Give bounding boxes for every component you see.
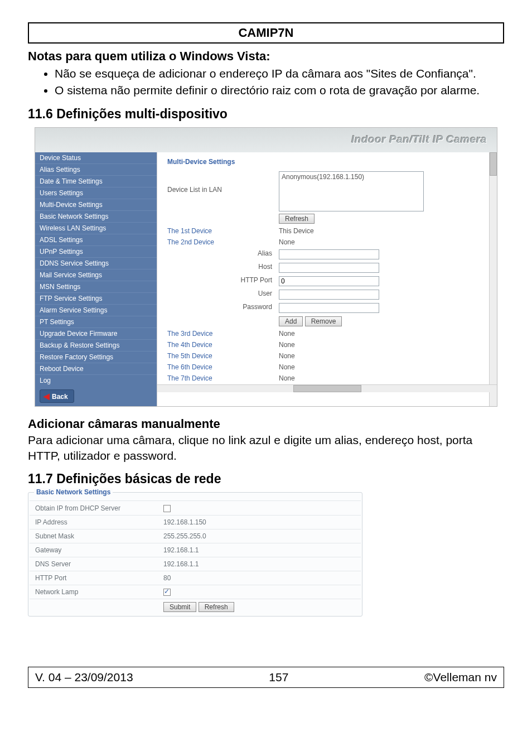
httpport-input[interactable] bbox=[279, 276, 379, 286]
sidebar-item-alias-settings[interactable]: Alias Settings bbox=[35, 163, 157, 175]
sidebar-item-msn[interactable]: MSN Settings bbox=[35, 281, 157, 292]
basic-network-screenshot: Basic Network Settings Obtain IP from DH… bbox=[28, 492, 362, 617]
panel-title: Multi-Device Settings bbox=[165, 156, 489, 170]
password-input[interactable] bbox=[279, 303, 379, 313]
page-title-box: CAMIP7N bbox=[28, 22, 504, 44]
footer-page-number: 157 bbox=[269, 671, 288, 684]
subnet-label: Subnet Mask bbox=[30, 529, 158, 543]
sidebar-item-log[interactable]: Log bbox=[35, 374, 157, 386]
lan-list-item[interactable]: Anonymous(192.168.1.150) bbox=[282, 173, 364, 181]
alias-input[interactable] bbox=[279, 249, 379, 259]
sidebar-item-alarm[interactable]: Alarm Service Settings bbox=[35, 304, 157, 316]
sidebar-item-users[interactable]: Users Settings bbox=[35, 187, 157, 199]
httpport-value: 80 bbox=[158, 571, 361, 585]
sidebar-item-device-status[interactable]: Device Status bbox=[35, 152, 157, 163]
submit-button[interactable]: Submit bbox=[163, 602, 196, 612]
sidebar-item-upgrade[interactable]: Upgrade Device Firmware bbox=[35, 328, 157, 339]
dns-label: DNS Server bbox=[30, 557, 158, 571]
settings-sidebar: Device Status Alias Settings Date & Time… bbox=[35, 152, 157, 406]
multi-device-panel: Multi-Device Settings Device List in LAN… bbox=[157, 152, 497, 406]
notas-heading: Notas para quem utiliza o Windows Vista: bbox=[28, 49, 504, 64]
dns-value: 192.168.1.1 bbox=[158, 557, 361, 571]
dhcp-checkbox[interactable] bbox=[163, 505, 171, 512]
third-device-label[interactable]: The 3rd Device bbox=[165, 329, 277, 339]
fourth-device-label[interactable]: The 4th Device bbox=[165, 340, 277, 350]
footer-copyright: ©Velleman nv bbox=[424, 671, 497, 684]
sidebar-item-multi-device[interactable]: Multi-Device Settings bbox=[35, 199, 157, 210]
second-device-value: None bbox=[277, 237, 489, 247]
notas-item: Não se esqueça de adicionar o endereço I… bbox=[55, 66, 504, 81]
httpport-label: HTTP Port bbox=[165, 275, 277, 285]
ip-value: 192.168.1.150 bbox=[158, 515, 361, 529]
sidebar-item-reboot[interactable]: Reboot Device bbox=[35, 363, 157, 374]
first-device-value: This Device bbox=[277, 226, 489, 236]
subnet-value: 255.255.255.0 bbox=[158, 529, 361, 543]
password-label: Password bbox=[165, 302, 277, 312]
page-title: CAMIP7N bbox=[238, 26, 293, 40]
lan-list-label: Device List in LAN bbox=[165, 170, 277, 195]
section-11-6-heading: 11.6 Definições multi-dispositivo bbox=[28, 107, 504, 122]
manual-text: Para adicionar uma câmara, clique no lin… bbox=[28, 432, 504, 464]
notas-item: O sistema não permite definir o directór… bbox=[55, 83, 504, 98]
device-list-lan[interactable]: Anonymous(192.168.1.150) bbox=[279, 171, 424, 211]
refresh-button[interactable]: Refresh bbox=[279, 214, 315, 224]
alias-label: Alias bbox=[165, 248, 277, 258]
seventh-device-value: None bbox=[277, 373, 489, 383]
manual-heading: Adicionar câmaras manualmente bbox=[28, 417, 504, 431]
user-input[interactable] bbox=[279, 290, 379, 300]
gateway-value: 192.168.1.1 bbox=[158, 543, 361, 557]
second-device-label[interactable]: The 2nd Device bbox=[165, 237, 277, 247]
sidebar-item-pt[interactable]: PT Settings bbox=[35, 316, 157, 328]
host-input[interactable] bbox=[279, 263, 379, 273]
vertical-scrollbar[interactable] bbox=[489, 152, 497, 406]
sidebar-item-backup[interactable]: Backup & Restore Settings bbox=[35, 339, 157, 351]
fourth-device-value: None bbox=[277, 340, 489, 350]
page-footer: V. 04 – 23/09/2013 157 ©Velleman nv bbox=[28, 667, 504, 688]
sidebar-item-date-time[interactable]: Date & Time Settings bbox=[35, 175, 157, 187]
ip-label: IP Address bbox=[30, 515, 158, 529]
sidebar-item-basic-network[interactable]: Basic Network Settings bbox=[35, 210, 157, 222]
host-label: Host bbox=[165, 262, 277, 272]
fifth-device-value: None bbox=[277, 351, 489, 361]
third-device-value: None bbox=[277, 329, 489, 339]
user-label: User bbox=[165, 288, 277, 298]
back-button[interactable]: ◀Back bbox=[35, 386, 157, 406]
notas-list: Não se esqueça de adicionar o endereço I… bbox=[28, 66, 504, 99]
remove-button[interactable]: Remove bbox=[305, 316, 342, 326]
basic-network-legend: Basic Network Settings bbox=[34, 488, 113, 496]
footer-version: V. 04 – 23/09/2013 bbox=[35, 671, 133, 684]
back-arrow-icon: ◀ bbox=[43, 392, 50, 401]
screenshot-header: Indoor Pan/Tilt IP Camera bbox=[35, 128, 497, 152]
sidebar-item-wireless-lan[interactable]: Wireless LAN Settings bbox=[35, 222, 157, 234]
lamp-checkbox[interactable] bbox=[163, 589, 171, 596]
section-11-7-heading: 11.7 Definições básicas de rede bbox=[28, 471, 504, 487]
sidebar-item-restore-factory[interactable]: Restore Factory Settings bbox=[35, 351, 157, 363]
brand-text: Indoor Pan/Tilt IP Camera bbox=[351, 133, 487, 145]
horizontal-scrollbar[interactable] bbox=[157, 384, 497, 392]
sixth-device-value: None bbox=[277, 362, 489, 372]
sidebar-item-ftp[interactable]: FTP Service Settings bbox=[35, 292, 157, 304]
lamp-label: Network Lamp bbox=[30, 585, 158, 599]
dhcp-label: Obtain IP from DHCP Server bbox=[30, 501, 158, 515]
back-label: Back bbox=[52, 393, 68, 401]
sidebar-item-mail[interactable]: Mail Service Settings bbox=[35, 269, 157, 281]
sidebar-item-upnp[interactable]: UPnP Settings bbox=[35, 245, 157, 257]
refresh-button-basic[interactable]: Refresh bbox=[199, 602, 234, 612]
first-device-label[interactable]: The 1st Device bbox=[165, 226, 277, 236]
gateway-label: Gateway bbox=[30, 543, 158, 557]
sidebar-item-ddns[interactable]: DDNS Service Settings bbox=[35, 257, 157, 269]
httpport-label: HTTP Port bbox=[30, 571, 158, 585]
sixth-device-label[interactable]: The 6th Device bbox=[165, 362, 277, 372]
sidebar-item-adsl[interactable]: ADSL Settings bbox=[35, 234, 157, 245]
multi-device-screenshot: Indoor Pan/Tilt IP Camera Device Status … bbox=[35, 127, 497, 407]
seventh-device-label[interactable]: The 7th Device bbox=[165, 373, 277, 383]
fifth-device-label[interactable]: The 5th Device bbox=[165, 351, 277, 361]
add-button[interactable]: Add bbox=[279, 316, 303, 326]
